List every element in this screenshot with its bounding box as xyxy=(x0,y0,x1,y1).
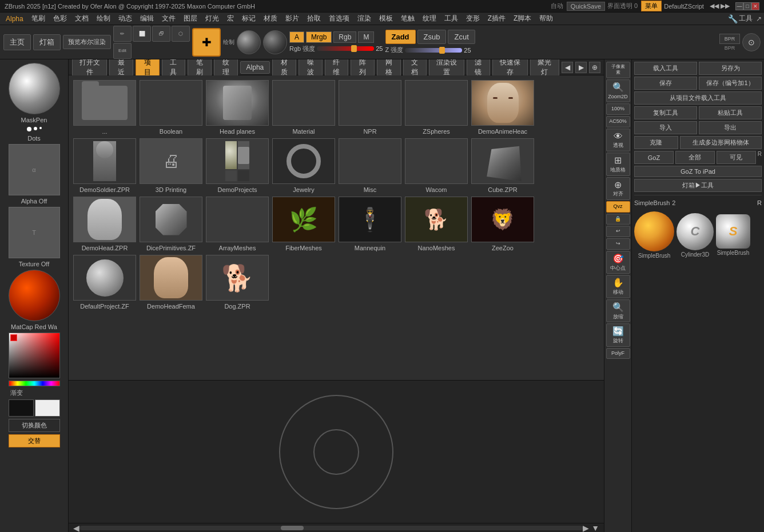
draw-button[interactable]: ✚ xyxy=(192,28,221,57)
file-item-nanomeshes[interactable]: 🐕 NanoMeshes xyxy=(405,197,468,251)
tb-icon-4[interactable]: ⬡ xyxy=(172,26,190,42)
minimize-btn[interactable]: — xyxy=(735,2,743,10)
file-item-headplanes[interactable]: Head planes xyxy=(206,80,269,135)
zoom100-btn[interactable]: 100% xyxy=(606,103,630,115)
expand-icon[interactable]: ↗ xyxy=(756,15,762,23)
load-project-btn[interactable]: 从项目文件载入工具 xyxy=(634,91,762,105)
light-swatch[interactable] xyxy=(35,399,60,417)
ac50-btn[interactable]: AC50% xyxy=(606,116,630,127)
file-item-3dprinting[interactable]: 🖨 3D Printing xyxy=(140,138,202,193)
menu-color[interactable]: 色彩 xyxy=(50,13,70,25)
file-item-jewelry[interactable]: Jewelry xyxy=(272,138,335,193)
tb-icon-3[interactable]: 🗗 xyxy=(152,26,170,42)
file-item-demosoldier[interactable]: DemoSoldier.ZPR xyxy=(73,138,136,193)
rgb-slider-thumb[interactable] xyxy=(351,45,357,52)
scroll-left-btn[interactable]: ◀ xyxy=(73,523,79,533)
lock-btn[interactable]: 🔒 xyxy=(606,214,630,225)
file-item-mannequin[interactable]: 🕴 Mannequin xyxy=(339,197,401,251)
mrgb-button[interactable]: Mrgb xyxy=(306,31,332,43)
menu-prefs[interactable]: 首选项 xyxy=(325,13,353,25)
rotate-btn[interactable]: 🔄 旋转 xyxy=(606,323,630,346)
bpr-button[interactable]: BPR xyxy=(719,34,740,44)
tab-prev-btn[interactable]: ◀ xyxy=(562,62,573,73)
menu-marker[interactable]: 标记 xyxy=(238,13,259,25)
hue-slider[interactable] xyxy=(9,381,60,386)
copy-tool-btn[interactable]: 复制工具 xyxy=(634,106,697,119)
file-item-dog[interactable]: 🐕 Dog.ZPR xyxy=(206,255,269,310)
file-item-fibermeshes[interactable]: 🌿 FiberMeshes xyxy=(272,197,335,251)
sphere-preview[interactable] xyxy=(237,30,261,54)
center-btn[interactable]: 🎯 中心点 xyxy=(606,251,630,274)
tb-icon-2[interactable]: ⬜ xyxy=(133,26,151,42)
tab-next-btn[interactable]: ▶ xyxy=(575,62,587,73)
file-item-demoanime[interactable]: DemoAnimeHeac xyxy=(471,80,534,135)
menu-dynamics[interactable]: 动态 xyxy=(115,13,136,25)
menu-movie[interactable]: 影片 xyxy=(282,13,303,25)
menu-edit[interactable]: 编辑 xyxy=(137,13,157,25)
floor-btn[interactable]: ⊞ 地质格 xyxy=(606,153,630,175)
paste-tool-btn[interactable]: 粘贴工具 xyxy=(699,106,762,119)
redo-btn[interactable]: ↪ xyxy=(606,238,630,250)
visible-btn[interactable]: 可见 xyxy=(717,151,756,164)
cylinder3d-brush[interactable]: C xyxy=(677,213,714,250)
menu-macro[interactable]: 宏 xyxy=(224,13,237,25)
menu-file[interactable]: 文件 xyxy=(158,13,179,25)
subtool-btn[interactable]: 子像素素 xyxy=(606,62,630,78)
fullscreen-button[interactable]: ⊙ xyxy=(742,33,761,51)
edit-icon[interactable]: ✏ xyxy=(113,26,132,42)
brush-preview-thumb[interactable] xyxy=(9,63,60,114)
scale-btn[interactable]: 🔍 放缩 xyxy=(606,299,630,322)
exchange-button[interactable]: 交替 xyxy=(9,434,60,447)
scroll-track[interactable] xyxy=(79,526,583,530)
file-item-material[interactable]: Material xyxy=(272,80,335,135)
maximize-btn[interactable]: □ xyxy=(743,2,751,10)
menu-zplugin[interactable]: Z插件 xyxy=(484,13,509,25)
matcap-thumb[interactable] xyxy=(9,270,60,321)
file-item-boolean[interactable]: Boolean xyxy=(140,80,202,135)
save-as-btn[interactable]: 另存为 xyxy=(699,62,762,75)
move-btn[interactable]: ✋ 移动 xyxy=(606,275,630,298)
menu-render[interactable]: 渲染 xyxy=(354,13,375,25)
file-item-demoheadfema[interactable]: DemoHeadFema xyxy=(140,255,202,310)
rgb-slider[interactable] xyxy=(317,46,374,51)
file-item-misc[interactable]: Misc xyxy=(339,138,401,193)
menu-doc[interactable]: 文档 xyxy=(71,13,92,25)
menu-light[interactable]: 灯光 xyxy=(202,13,222,25)
export-btn[interactable]: 导出 xyxy=(699,121,762,134)
menu-brush[interactable]: 笔刷 xyxy=(28,13,49,25)
menu-layer[interactable]: 图层 xyxy=(180,13,201,25)
menu-stroke[interactable]: 笔触 xyxy=(397,13,418,25)
polymesh-btn[interactable]: 生成多边形网格物体 xyxy=(680,136,762,149)
lightbox-tool-btn[interactable]: 灯箱▶工具 xyxy=(634,179,762,192)
file-item-npr[interactable]: NPR xyxy=(339,80,401,135)
lightbox-button[interactable]: 灯箱 xyxy=(33,34,61,50)
simple-brush-3[interactable]: S xyxy=(716,214,750,249)
file-item-zspheres[interactable]: ZSpheres xyxy=(405,80,468,135)
file-item-demoprojects[interactable]: DemoProjects xyxy=(206,138,269,193)
menu-draw[interactable]: 绘制 xyxy=(93,13,114,25)
save-numbered-btn[interactable]: 保存（编号加1） xyxy=(699,77,762,90)
file-item-demohead[interactable]: DemoHead.ZPR xyxy=(73,197,136,251)
close-btn[interactable]: ✕ xyxy=(751,2,759,10)
alpha-thumb[interactable]: α xyxy=(9,144,60,195)
zadd-button[interactable]: Zadd xyxy=(385,30,416,44)
texture-thumb[interactable]: T xyxy=(9,207,60,258)
menu-template[interactable]: 模板 xyxy=(376,13,396,25)
file-item-diceprimitives[interactable]: DicePrimitives.ZF xyxy=(140,197,202,251)
z-slider-thumb[interactable] xyxy=(439,47,445,54)
tab-add-btn[interactable]: ⊕ xyxy=(589,62,600,73)
menu-tool[interactable]: 工具 xyxy=(441,13,461,25)
tab-alpha[interactable]: Alpha xyxy=(240,61,270,74)
zcut-button[interactable]: Zcut xyxy=(448,30,475,44)
zsub-button[interactable]: Zsub xyxy=(417,30,447,44)
file-item-cube[interactable]: Cube.ZPR xyxy=(471,138,534,193)
a-button[interactable]: A xyxy=(289,31,304,43)
file-item-wacom[interactable]: Wacom xyxy=(405,138,468,193)
save-btn[interactable]: 保存 xyxy=(634,77,697,90)
view-btn[interactable]: 👁 透视 xyxy=(606,129,630,151)
goz-btn[interactable]: GoZ xyxy=(634,151,674,164)
import-btn[interactable]: 导入 xyxy=(634,121,697,134)
goz-ipad-btn[interactable]: GoZ To iPad xyxy=(634,166,762,177)
load-tool-btn[interactable]: 载入工具 xyxy=(634,62,697,75)
rgb-button[interactable]: Rgb xyxy=(333,31,356,43)
